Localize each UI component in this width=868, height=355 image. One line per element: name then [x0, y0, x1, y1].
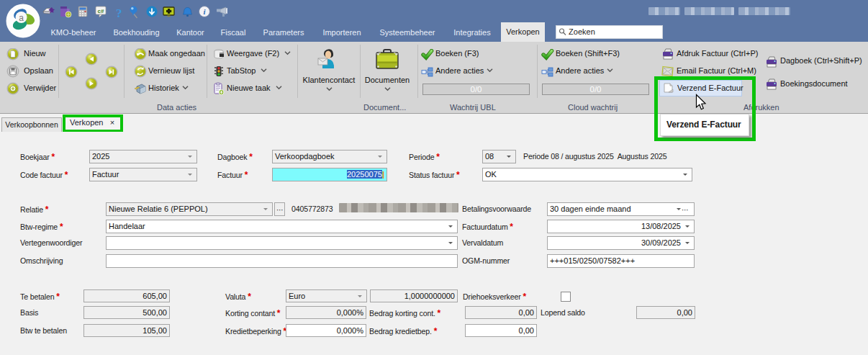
svg-text:a: a	[19, 13, 24, 23]
svg-text:?: ?	[116, 6, 122, 19]
svg-text:c#: c#	[98, 8, 104, 14]
